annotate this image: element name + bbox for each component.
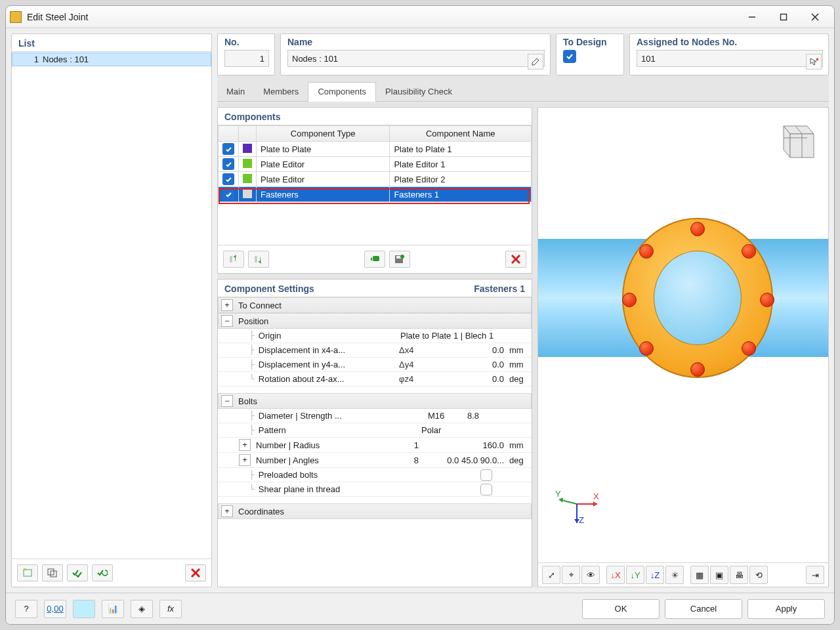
flange-inner-graphic <box>654 251 742 345</box>
row-checkbox[interactable] <box>222 158 234 170</box>
refresh-check-button[interactable] <box>92 564 113 581</box>
app-icon <box>10 11 22 23</box>
component-row[interactable]: Plate EditorPlate Editor 2 <box>219 172 532 187</box>
svg-text:Y: Y <box>555 489 561 499</box>
prop-pattern[interactable]: ├PatternPolar <box>218 423 532 438</box>
move-down-button[interactable] <box>248 251 269 268</box>
svg-rect-14 <box>373 256 379 261</box>
pick-nodes-button[interactable] <box>806 54 822 70</box>
component-row[interactable]: Plate EditorPlate Editor 1 <box>219 157 532 172</box>
col-component-name[interactable]: Component Name <box>390 126 532 142</box>
axis-x-button[interactable]: ↓X <box>606 566 625 584</box>
number-label: No. <box>224 37 269 47</box>
group-to-connect[interactable]: +To Connect <box>218 297 532 313</box>
delete-component-button[interactable] <box>505 251 526 268</box>
component-type-cell: Plate to Plate <box>257 142 390 157</box>
axis-y-button[interactable]: ↓Y <box>626 566 644 584</box>
view-tool-2[interactable]: ⌖ <box>562 566 580 584</box>
svg-rect-12 <box>230 256 232 262</box>
edit-name-button[interactable] <box>528 54 543 70</box>
maximize-button[interactable] <box>768 7 799 27</box>
tool4-button[interactable]: 📊 <box>102 600 124 618</box>
bolt-icon <box>622 293 637 307</box>
row-checkbox[interactable] <box>222 143 234 155</box>
assigned-nodes-input[interactable]: 101 <box>637 50 823 67</box>
axis-iso-button[interactable]: ✳ <box>665 566 684 584</box>
svg-text:Z: Z <box>579 515 584 525</box>
component-type-cell: Fasteners <box>257 187 390 202</box>
minimize-button[interactable] <box>737 7 767 27</box>
move-up-button[interactable] <box>223 251 244 268</box>
component-row[interactable]: FastenersFasteners 1 <box>219 187 532 202</box>
apply-button[interactable]: Apply <box>747 599 825 619</box>
svg-point-17 <box>400 255 404 259</box>
bolt-icon <box>742 341 756 356</box>
reset-view-button[interactable]: ⟲ <box>749 566 768 584</box>
name-label: Name <box>287 37 545 47</box>
prop-number-radius[interactable]: +Number | Radius1160.0mm <box>218 438 532 453</box>
name-input[interactable]: Nodes : 101 <box>287 50 545 67</box>
prop-dy[interactable]: ├Displacement in y4-a...Δy40.0mm <box>218 358 532 372</box>
view-toolbar: ⤢ ⌖ 👁 ↓X ↓Y ↓Z ✳ ▦ ▣ 🖶 ⟲ ⇥ <box>538 562 828 587</box>
col-component-type[interactable]: Component Type <box>257 126 390 142</box>
color-swatch <box>243 144 252 153</box>
viewport-panel: X Y Z ⤢ ⌖ 👁 ↓X <box>537 107 829 587</box>
save-button[interactable] <box>389 251 410 268</box>
tab-components[interactable]: Components <box>308 82 376 102</box>
number-input[interactable]: 1 <box>224 50 269 67</box>
viewport-canvas[interactable]: X Y Z <box>538 108 828 562</box>
view-tool-3[interactable]: 👁 <box>581 566 600 584</box>
group-coordinates[interactable]: +Coordinates <box>218 503 532 519</box>
axis-widget: X Y Z <box>554 481 600 527</box>
cancel-button[interactable]: Cancel <box>665 599 742 619</box>
prop-diameter[interactable]: ├Diameter | Strength ...M168.8 <box>218 409 532 423</box>
prop-preloaded[interactable]: ├Preloaded bolts <box>218 468 532 482</box>
fx-button[interactable]: fx <box>159 600 182 618</box>
prop-origin[interactable]: ├OriginPlate to Plate 1 | Blech 1 <box>218 329 532 343</box>
ok-button[interactable]: OK <box>582 599 660 619</box>
prop-dx[interactable]: ├Displacement in x4-a...Δx40.0mm <box>218 343 532 358</box>
group-bolts[interactable]: −Bolts <box>218 393 532 409</box>
prop-number-angles[interactable]: +Number | Angles80.0 45.0 90.0...deg <box>218 453 532 468</box>
component-row[interactable]: Plate to PlatePlate to Plate 1 <box>219 142 532 157</box>
help-button[interactable]: ? <box>15 600 37 618</box>
tab-main[interactable]: Main <box>217 83 254 101</box>
component-name-cell: Plate Editor 2 <box>390 172 532 187</box>
shear-checkbox[interactable] <box>480 484 492 495</box>
to-design-checkbox[interactable] <box>563 50 576 63</box>
view-tool-1[interactable]: ⤢ <box>542 566 560 584</box>
import-button[interactable] <box>364 251 385 268</box>
tab-plausibility-check[interactable]: Plausibility Check <box>376 83 461 101</box>
prop-rz[interactable]: └Rotation about z4-ax...φz40.0deg <box>218 372 532 387</box>
render-solid-button[interactable]: ▦ <box>690 566 709 584</box>
view-cube[interactable] <box>770 116 820 165</box>
color-swatch <box>243 189 252 198</box>
tab-members[interactable]: Members <box>254 83 308 101</box>
close-button[interactable] <box>800 7 830 27</box>
new-item-button[interactable] <box>17 564 38 581</box>
group-position[interactable]: −Position <box>218 313 532 329</box>
components-header: Components <box>218 108 532 125</box>
axis-z-button[interactable]: ↓Z <box>646 566 664 584</box>
list-item[interactable]: 1 Nodes : 101 <box>12 52 211 66</box>
render-wire-button[interactable]: ▣ <box>710 566 728 584</box>
dialog-footer: ? 0,00 📊 ◈ fx OK Cancel Apply <box>6 593 834 624</box>
check-all-button[interactable] <box>67 564 88 581</box>
tool5-button[interactable]: ◈ <box>131 600 153 618</box>
preloaded-checkbox[interactable] <box>480 469 492 481</box>
row-checkbox[interactable] <box>222 188 234 200</box>
prop-shear[interactable]: └Shear plane in thread <box>218 482 532 497</box>
bolt-icon <box>690 222 705 236</box>
svg-marker-27 <box>593 501 597 507</box>
settings-tree: +To Connect −Position ├OriginPlate to Pl… <box>218 297 532 587</box>
expand-view-button[interactable]: ⇥ <box>806 566 824 584</box>
list-panel: List 1 Nodes : 101 <box>11 33 212 587</box>
component-name-cell: Fasteners 1 <box>390 187 532 202</box>
copy-item-button[interactable] <box>42 564 63 581</box>
row-checkbox[interactable] <box>222 173 234 185</box>
list-header: List <box>12 34 211 51</box>
color-button[interactable] <box>73 600 95 618</box>
print-button[interactable]: 🖶 <box>730 566 748 584</box>
units-button[interactable]: 0,00 <box>44 600 66 618</box>
delete-item-button[interactable] <box>185 564 206 581</box>
